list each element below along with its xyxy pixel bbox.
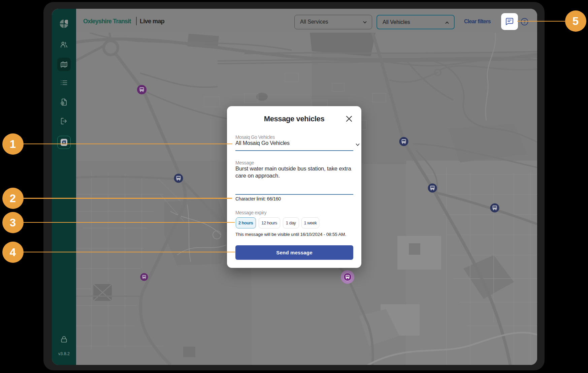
svg-text:?: ? — [523, 19, 526, 24]
